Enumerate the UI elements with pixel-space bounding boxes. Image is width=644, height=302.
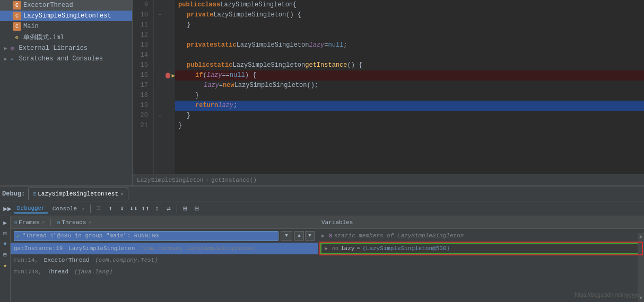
thread-nav: ▲ ▼ (294, 231, 315, 241)
frame-method-1: run:14, (14, 257, 42, 263)
frame-class-2: Thread (47, 269, 68, 275)
fold-icon-3[interactable]: − (158, 73, 161, 78)
code-line-15: public static LazySimpleSingleton getIns… (175, 60, 644, 70)
sidebar-label-main: Main (23, 23, 39, 30)
run-to-cursor[interactable]: ↕ (152, 203, 162, 214)
fold-icon-4[interactable]: − (158, 83, 161, 88)
code-line-18: } (175, 91, 644, 101)
step-into-btn[interactable]: ⬇⬇ (128, 203, 139, 214)
expand-icon-scratch: ▶ (4, 56, 7, 62)
debug-section: Debug: ⊡ LazySimpleSingletonTest ✕ ▶▶ De… (0, 185, 644, 302)
code-area: public class LazySimpleSingleton { priva… (175, 0, 644, 174)
sidebar-item-excetor-thread[interactable]: C ExcetorThread (0, 0, 132, 11)
thread-down-btn[interactable]: ▼ (305, 231, 315, 241)
var-row-lazy[interactable]: ▶ oo lazy = {LazySimpleSingleton@500} (320, 243, 642, 254)
thread-up-btn[interactable]: ▲ (294, 231, 304, 241)
sidebar-label-extlibs: External Libraries (19, 45, 88, 52)
top-section: C ExcetorThread C LazySimpleSingletonTes… (0, 0, 644, 185)
lib-icon: ▤ (8, 44, 16, 52)
fold-icon-5[interactable]: − (158, 113, 161, 119)
memory-btn[interactable]: ⊟ (192, 203, 202, 214)
code-line-20: } (175, 111, 644, 121)
gutter: − − − − − (154, 0, 166, 174)
thread-running-inner: ✔ "Thread-1"@486 in group "main": RUNNIN… (14, 231, 279, 241)
strip-btn-5[interactable]: ★ (1, 261, 10, 269)
thread-dropdown[interactable]: ▼ (281, 231, 292, 241)
frames-tab[interactable]: ⊡ Frames ↗ (14, 219, 45, 226)
frame-row-0[interactable]: getInstance:19 LazySimpleSingleton (com.… (11, 243, 318, 254)
watermark: https://blog.csdn.net/nyyyys (575, 292, 640, 298)
frame-row-1[interactable]: run:14, ExcetorThread (com.company.Test) (11, 254, 318, 266)
debug-tab-lazy[interactable]: ⊡ LazySimpleSingletonTest ✕ (28, 188, 128, 200)
var-expand-static[interactable]: ▶ (321, 233, 327, 239)
strip-btn-1[interactable]: ▶ (1, 218, 10, 227)
stop-btn[interactable]: ⬆ (105, 203, 116, 214)
debug-panels: ▶ ⊡ ● ⊟ ★ ⊡ Frames ↗ | ⊟ (0, 216, 644, 302)
code-line-9: public class LazySimpleSingleton { (175, 0, 644, 10)
sidebar-item-iml[interactable]: ⚙ 单例模式.iml (0, 32, 132, 43)
breadcrumb-separator: › (205, 177, 209, 183)
strip-btn-4[interactable]: ⊟ (1, 250, 10, 259)
frames-panel-header: ⊡ Frames ↗ | ⊟ Threads ↗ (11, 216, 318, 229)
threads-icon: ⊟ (57, 219, 60, 226)
debug-label: Debug: (2, 190, 25, 198)
toolbar-sep-2 (177, 205, 177, 213)
breadcrumb: LazySimpleSingleton › getInstance() (133, 174, 644, 185)
threads-label: Threads (62, 219, 86, 226)
line-numbers: 9 10 11 12 13 14 15 16 17 18 19 20 21 (133, 0, 154, 174)
scroll-up[interactable]: ▲ (638, 233, 643, 241)
console-tab[interactable]: Console ↗ (49, 205, 88, 213)
debugger-tab[interactable]: Debugger (14, 204, 48, 214)
sidebar-item-main[interactable]: C Main (0, 21, 132, 32)
strip-btn-3[interactable]: ● (1, 239, 10, 248)
sidebar-item-lazy-test[interactable]: C LazySimpleSingletonTest (0, 11, 132, 21)
frame-class-0: LazySimpleSingleton (68, 245, 135, 252)
sidebar-item-scratches[interactable]: ▶ ✏ Scratches and Consoles (0, 54, 132, 64)
code-line-10: private LazySimpleSingleton() { (175, 10, 644, 20)
editor-content: 9 10 11 12 13 14 15 16 17 18 19 20 21 (133, 0, 644, 174)
var-expand-lazy[interactable]: ▶ (325, 245, 330, 252)
fold-icon[interactable]: − (158, 12, 161, 18)
iml-icon: ⚙ (13, 33, 21, 42)
rerun-btn[interactable]: ≡ (93, 203, 104, 214)
watch-btn[interactable]: ⊞ (180, 203, 190, 214)
code-line-21: } (175, 121, 644, 131)
breadcrumb-method: getInstance() (211, 177, 257, 183)
frame-class-1: ExcetorThread (44, 257, 90, 263)
variables-content: ▶ S static members of LazySimpleSingleto… (318, 229, 644, 302)
frame-row-2[interactable]: run:748, Thread (java.lang) (11, 266, 318, 278)
debug-tab-close[interactable]: ✕ (120, 191, 124, 197)
code-line-16: if (lazy == null) { (175, 70, 644, 81)
frame-pkg-0: (com.company.lazySimpleSingleton) (137, 245, 256, 252)
resume-btn[interactable]: ▶▶ (2, 203, 13, 214)
evaluate-btn[interactable]: ⇄ (163, 203, 174, 214)
frame-method-0: getInstance:19 (14, 245, 66, 252)
code-line-13: private static LazySimpleSingleton lazy … (175, 40, 644, 50)
step-out-btn[interactable]: ⬆⬆ (140, 203, 151, 214)
sidebar-label-scratches: Scratches and Consoles (19, 55, 102, 63)
sidebar-item-ext-libs[interactable]: ▶ ▤ External Libraries (0, 43, 132, 54)
step-over-btn[interactable]: ⬇ (117, 203, 127, 214)
debug-arrow: ▶ (171, 72, 175, 79)
strip-btn-2[interactable]: ⊡ (1, 229, 10, 237)
toolbar-sep-1 (90, 205, 91, 213)
debug-tab-label: LazySimpleSingletonTest (38, 191, 118, 197)
sidebar-label-lazy-test: LazySimpleSingletonTest (23, 12, 111, 20)
c-file-icon: C (13, 1, 21, 10)
threads-tab[interactable]: ⊟ Threads ↗ (57, 219, 91, 226)
debug-tabs-bar: Debug: ⊡ LazySimpleSingletonTest ✕ (0, 186, 644, 201)
thread-row: ✔ "Thread-1"@486 in group "main": RUNNIN… (11, 229, 318, 243)
thread-check-icon: ✔ (16, 233, 20, 239)
code-line-14 (175, 50, 644, 60)
sidebar-label-iml: 单例模式.iml (23, 33, 64, 42)
code-line-17: lazy = new LazySimpleSingleton(); (175, 81, 644, 91)
breakpoint-gutter: ▶ (166, 0, 175, 174)
var-row-static[interactable]: ▶ S static members of LazySimpleSingleto… (318, 230, 644, 242)
left-strip: ▶ ⊡ ● ⊟ ★ (0, 216, 11, 302)
thread-name: "Thread-1"@486 in group "main": RUNNING (22, 233, 159, 239)
frames-content: ✔ "Thread-1"@486 in group "main": RUNNIN… (11, 229, 318, 302)
thread-running: ✔ "Thread-1"@486 in group "main": RUNNIN… (14, 231, 315, 241)
fold-icon-2[interactable]: − (158, 63, 161, 68)
code-line-12 (175, 30, 644, 40)
code-line-11: } (175, 20, 644, 30)
